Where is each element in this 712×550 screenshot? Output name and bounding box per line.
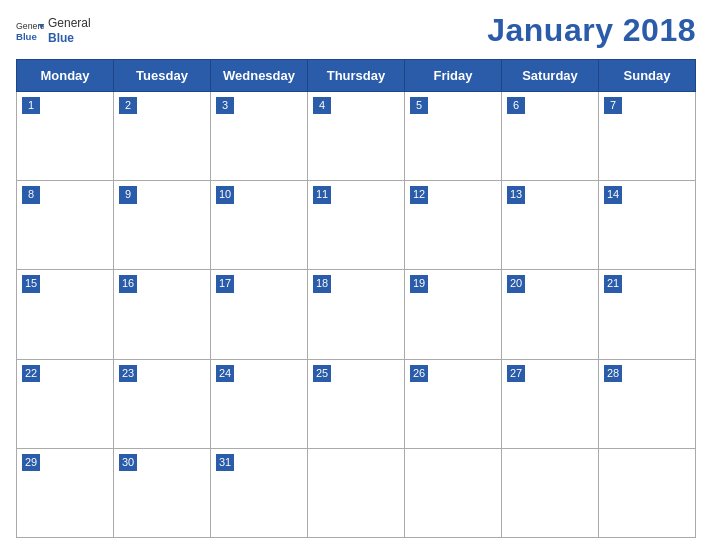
calendar-table: Monday Tuesday Wednesday Thursday Friday… — [16, 59, 696, 538]
day-number: 28 — [604, 365, 622, 382]
calendar-day-cell: 8 — [17, 181, 114, 270]
calendar-day-cell — [308, 448, 405, 537]
day-number: 27 — [507, 365, 525, 382]
day-number: 8 — [22, 186, 40, 203]
day-number: 2 — [119, 97, 137, 114]
calendar-day-cell: 28 — [599, 359, 696, 448]
col-tuesday: Tuesday — [114, 60, 211, 92]
day-number: 11 — [313, 186, 331, 203]
calendar-day-cell — [405, 448, 502, 537]
day-number: 19 — [410, 275, 428, 292]
calendar-day-cell: 30 — [114, 448, 211, 537]
day-number: 3 — [216, 97, 234, 114]
calendar-day-cell: 15 — [17, 270, 114, 359]
calendar-day-cell: 19 — [405, 270, 502, 359]
day-number: 29 — [22, 454, 40, 471]
col-saturday: Saturday — [502, 60, 599, 92]
col-friday: Friday — [405, 60, 502, 92]
day-number: 1 — [22, 97, 40, 114]
day-number: 22 — [22, 365, 40, 382]
calendar-day-cell — [599, 448, 696, 537]
calendar-day-cell: 6 — [502, 92, 599, 181]
calendar-week-row: 1234567 — [17, 92, 696, 181]
page-title: January 2018 — [487, 12, 696, 49]
svg-text:General: General — [16, 21, 44, 31]
day-number: 17 — [216, 275, 234, 292]
calendar-day-cell: 11 — [308, 181, 405, 270]
calendar-day-cell: 9 — [114, 181, 211, 270]
calendar-day-cell: 23 — [114, 359, 211, 448]
day-number: 12 — [410, 186, 428, 203]
day-number: 10 — [216, 186, 234, 203]
day-number: 25 — [313, 365, 331, 382]
day-number: 23 — [119, 365, 137, 382]
logo-line1: General — [48, 16, 91, 30]
calendar-day-cell: 29 — [17, 448, 114, 537]
page-header: General Blue General Blue January 2018 — [16, 12, 696, 49]
calendar-day-cell: 1 — [17, 92, 114, 181]
calendar-day-cell: 31 — [211, 448, 308, 537]
calendar-day-cell: 5 — [405, 92, 502, 181]
calendar-day-cell: 12 — [405, 181, 502, 270]
day-number: 6 — [507, 97, 525, 114]
logo: General Blue General Blue — [16, 16, 91, 45]
day-number: 31 — [216, 454, 234, 471]
calendar-day-cell: 27 — [502, 359, 599, 448]
day-number: 21 — [604, 275, 622, 292]
calendar-day-cell: 14 — [599, 181, 696, 270]
calendar-week-row: 22232425262728 — [17, 359, 696, 448]
calendar-day-cell: 21 — [599, 270, 696, 359]
calendar-day-cell: 22 — [17, 359, 114, 448]
logo-icon: General Blue — [16, 17, 44, 45]
calendar-day-cell: 26 — [405, 359, 502, 448]
calendar-day-cell: 10 — [211, 181, 308, 270]
col-wednesday: Wednesday — [211, 60, 308, 92]
calendar-day-cell: 3 — [211, 92, 308, 181]
col-sunday: Sunday — [599, 60, 696, 92]
day-number: 4 — [313, 97, 331, 114]
calendar-day-cell: 20 — [502, 270, 599, 359]
day-number: 14 — [604, 186, 622, 203]
weekday-header-row: Monday Tuesday Wednesday Thursday Friday… — [17, 60, 696, 92]
calendar-day-cell: 24 — [211, 359, 308, 448]
day-number: 15 — [22, 275, 40, 292]
calendar-day-cell: 13 — [502, 181, 599, 270]
calendar-page: General Blue General Blue January 2018 M… — [0, 0, 712, 550]
calendar-day-cell: 25 — [308, 359, 405, 448]
day-number: 26 — [410, 365, 428, 382]
day-number: 16 — [119, 275, 137, 292]
calendar-day-cell: 7 — [599, 92, 696, 181]
calendar-week-row: 293031 — [17, 448, 696, 537]
calendar-day-cell — [502, 448, 599, 537]
day-number: 13 — [507, 186, 525, 203]
calendar-day-cell: 4 — [308, 92, 405, 181]
calendar-week-row: 15161718192021 — [17, 270, 696, 359]
day-number: 24 — [216, 365, 234, 382]
day-number: 30 — [119, 454, 137, 471]
calendar-week-row: 891011121314 — [17, 181, 696, 270]
calendar-wrapper: Monday Tuesday Wednesday Thursday Friday… — [16, 59, 696, 538]
day-number: 9 — [119, 186, 137, 203]
day-number: 20 — [507, 275, 525, 292]
col-thursday: Thursday — [308, 60, 405, 92]
col-monday: Monday — [17, 60, 114, 92]
logo-line2: Blue — [48, 31, 91, 45]
day-number: 18 — [313, 275, 331, 292]
calendar-day-cell: 16 — [114, 270, 211, 359]
calendar-day-cell: 2 — [114, 92, 211, 181]
calendar-day-cell: 17 — [211, 270, 308, 359]
day-number: 7 — [604, 97, 622, 114]
day-number: 5 — [410, 97, 428, 114]
calendar-day-cell: 18 — [308, 270, 405, 359]
svg-text:Blue: Blue — [16, 30, 37, 41]
